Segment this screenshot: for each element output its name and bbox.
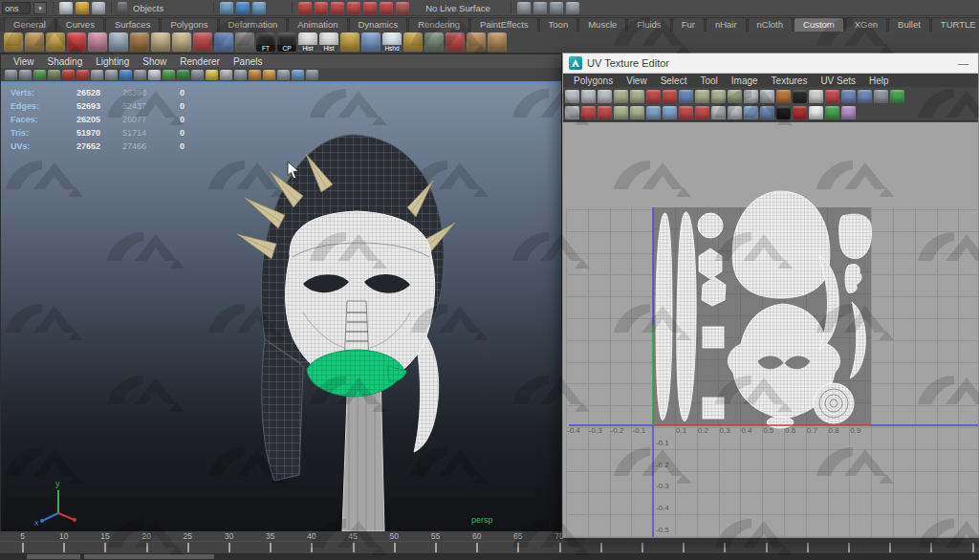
uv-lattice-tool-icon[interactable] <box>565 90 579 103</box>
uv-menu-item[interactable]: Polygons <box>567 75 620 86</box>
all-lights-icon[interactable] <box>220 70 232 80</box>
snap-to-projected-center-icon[interactable] <box>347 2 360 14</box>
select-by-object-icon[interactable] <box>236 2 250 14</box>
tan-plane-2-icon[interactable] <box>172 32 191 52</box>
blue-planes-icon[interactable] <box>109 32 128 52</box>
anti-alias-icon[interactable] <box>263 70 275 80</box>
shelf-tab[interactable]: Dynamics <box>349 17 408 32</box>
shelf-tab[interactable]: Animation <box>288 17 347 32</box>
shelf-tab[interactable]: General <box>4 17 55 32</box>
uv-move-tool-icon[interactable] <box>598 90 612 103</box>
tan-plane-icon[interactable] <box>151 32 170 52</box>
menu-set-dropdown[interactable]: ons <box>2 2 31 14</box>
shelf-tab[interactable]: Polygons <box>161 17 217 32</box>
camera-attributes-icon[interactable] <box>19 70 32 80</box>
shelf-tab[interactable]: nCloth <box>748 17 793 32</box>
poly-stack-icon[interactable] <box>4 32 23 52</box>
rgb-channels-icon[interactable] <box>793 106 807 119</box>
barrel-icon[interactable] <box>130 32 149 52</box>
stack-2-icon[interactable] <box>403 32 423 52</box>
render-current-frame-icon[interactable] <box>533 2 547 14</box>
align-u-min-icon[interactable] <box>614 90 628 103</box>
shadows-icon[interactable] <box>234 70 247 80</box>
shelf-tab[interactable]: Surfaces <box>105 17 161 32</box>
occlusion-icon[interactable] <box>249 70 261 80</box>
shelf-tab[interactable]: Toon <box>539 17 578 32</box>
snap-bottom-right-icon[interactable] <box>728 106 742 119</box>
viewport-menu-item[interactable]: Shading <box>41 56 90 67</box>
shelf-tab[interactable]: Rendering <box>408 17 469 32</box>
pixel-grid-icon[interactable] <box>809 90 823 103</box>
plane-marker-icon[interactable] <box>25 32 44 52</box>
rotate-ccw-icon[interactable] <box>581 106 596 119</box>
grid-uvs-icon[interactable] <box>695 90 709 103</box>
dome-circle-icon[interactable] <box>235 32 254 52</box>
uv-menu-item[interactable]: Tool <box>693 75 724 86</box>
image-display-toggle-icon[interactable] <box>776 90 791 103</box>
refresh-view-icon[interactable] <box>825 106 839 119</box>
snap-to-grid-icon[interactable] <box>298 2 312 14</box>
select-by-hierarchy-icon[interactable] <box>220 2 233 14</box>
timeline-ticks[interactable] <box>0 541 979 553</box>
viewport-menu-item[interactable]: Panels <box>227 56 270 67</box>
align-shells-right-icon[interactable] <box>728 90 742 103</box>
live-surface-label[interactable]: No Live Surface <box>425 3 490 13</box>
uv-smudge-tool-icon[interactable] <box>581 90 596 103</box>
rotate-cw-icon[interactable] <box>598 106 612 119</box>
center-pivot-icon[interactable]: CP <box>277 32 296 52</box>
shelf-tab[interactable]: XGen <box>845 17 887 32</box>
textured-toggle-icon[interactable] <box>177 70 189 80</box>
textured-display-icon[interactable] <box>120 70 132 80</box>
perspective-viewport-panel[interactable]: ViewShadingLightingShowRendererPanels <box>0 54 562 532</box>
stack-red-icon[interactable] <box>46 32 65 52</box>
snap-together-icon[interactable] <box>396 2 409 14</box>
grid-toggle-icon[interactable] <box>760 106 774 119</box>
select-by-component-icon[interactable] <box>252 2 266 14</box>
render-settings-icon[interactable] <box>566 2 579 14</box>
default-lighting-icon[interactable] <box>206 70 218 80</box>
magnet-snap-icon[interactable] <box>825 90 839 103</box>
fbo-refresh-icon[interactable] <box>890 90 904 103</box>
shelf-tab[interactable]: Deformation <box>219 17 288 32</box>
relax-brush-icon[interactable] <box>663 106 677 119</box>
smooth-shade-icon[interactable] <box>105 70 118 80</box>
selection-mask-label[interactable]: Objects <box>130 3 166 13</box>
grease-pencil-icon[interactable] <box>62 70 75 80</box>
viewport-menu-item[interactable]: Renderer <box>173 56 227 67</box>
snap-to-point-icon[interactable] <box>331 2 344 14</box>
snap-top-left-icon[interactable] <box>744 90 758 103</box>
delete-history-icon[interactable]: Hist <box>298 32 317 52</box>
checker-display-icon[interactable] <box>776 106 791 119</box>
blue-cubes-icon[interactable] <box>214 32 233 52</box>
shelf-tab[interactable]: PaintEffects <box>470 17 538 32</box>
uv-texture-editor-window[interactable]: UV Texture Editor — PolygonsViewSelectTo… <box>562 53 979 538</box>
scissors-icon[interactable] <box>88 32 107 52</box>
menu-set-arrow-icon[interactable]: ▾ <box>33 2 47 14</box>
hardware-shading-icon[interactable]: Hshd <box>382 32 402 52</box>
plant-icon[interactable] <box>424 32 444 52</box>
red-arrows-icon[interactable] <box>193 32 212 52</box>
flip-u-icon[interactable] <box>614 106 628 119</box>
wireframe-on-shaded-icon[interactable] <box>163 70 175 80</box>
boxes-red-2-icon[interactable] <box>488 32 507 52</box>
delete-uvs-icon[interactable] <box>841 106 856 119</box>
image-plane-icon[interactable] <box>48 70 60 80</box>
flip-v-icon[interactable] <box>630 106 644 119</box>
shelf-tab[interactable]: Custom <box>794 17 844 32</box>
alpha-channel-icon[interactable] <box>809 106 823 119</box>
shelf-tab[interactable]: Fur <box>672 17 705 32</box>
open-render-view-icon[interactable] <box>517 2 531 14</box>
ipr-render-icon[interactable] <box>550 2 563 14</box>
joint-link-icon[interactable] <box>361 32 381 52</box>
gamma-icon[interactable] <box>306 70 318 80</box>
wireframe-display-icon[interactable] <box>91 70 103 80</box>
shelf-tab[interactable]: nHair <box>706 17 747 32</box>
dof-icon[interactable] <box>292 70 304 80</box>
timeline-ruler[interactable]: 510152025303540455055606570 <box>0 531 585 541</box>
uv-menu-item[interactable]: Textures <box>765 75 815 86</box>
delete-nondef-history-icon[interactable]: Hist <box>319 32 338 52</box>
shelf-tab[interactable]: Fluids <box>627 17 670 32</box>
red-cone-glow-icon[interactable] <box>67 32 86 52</box>
range-slider-strip[interactable] <box>0 553 979 560</box>
cone-axis-icon[interactable] <box>446 32 465 52</box>
